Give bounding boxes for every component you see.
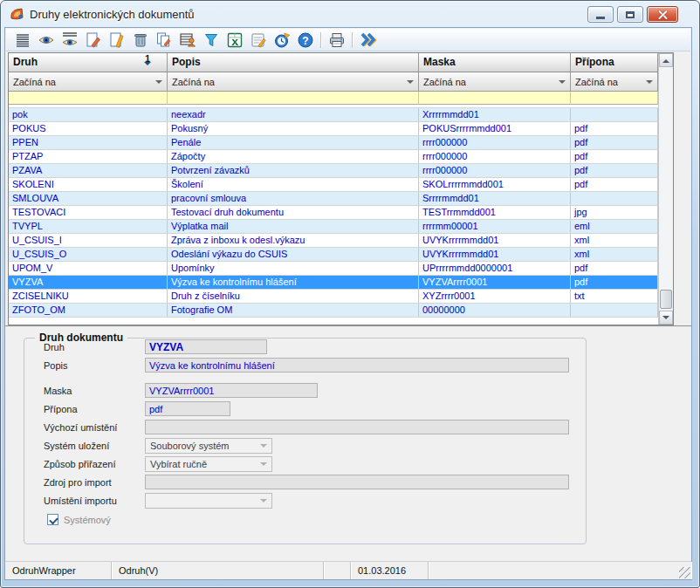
close-icon — [657, 9, 669, 20]
edit-document-icon — [108, 31, 126, 49]
detail-umisteni-importu-select[interactable] — [145, 493, 272, 509]
status-cell: Odruh(V) — [112, 562, 324, 579]
table-row[interactable]: U_CSUIS_IZpráva z inboxu k odesl.výkazuU… — [9, 234, 658, 248]
minimize-icon — [596, 17, 605, 19]
note-edit-button[interactable] — [246, 30, 270, 50]
chevron-down-icon — [260, 462, 267, 469]
help-button[interactable]: ? — [293, 30, 317, 50]
pripona-label: Přípona — [44, 404, 145, 414]
filter-popis-dropdown[interactable]: Začíná na — [168, 72, 419, 92]
search-input-pripona[interactable] — [571, 92, 658, 105]
scroll-down-button[interactable] — [659, 311, 673, 325]
systemovy-checkbox[interactable] — [47, 514, 58, 525]
search-input-maska[interactable] — [419, 92, 571, 105]
table-row[interactable]: ZCISELNIKUDruh z číselníkuXYZrrrr0001txt — [9, 290, 658, 304]
status-cell: OdruhWrapper — [5, 562, 112, 579]
detail-pripona-field[interactable]: pdf — [145, 401, 230, 416]
filter-druh-dropdown[interactable]: Začíná na — [9, 72, 168, 92]
toolbar-separator — [352, 32, 353, 48]
search-input-druh[interactable] — [9, 92, 168, 105]
groupbox-title: Druh dokumentu — [35, 332, 127, 344]
table-row[interactable]: SKOLENIŠkoleníSKOLrrrrmmdd001pdf — [9, 178, 658, 192]
scroll-thumb[interactable] — [660, 290, 672, 309]
history-button[interactable] — [270, 30, 293, 50]
chevron-down-icon — [646, 80, 653, 87]
system-ulozeni-label: Systém uložení — [44, 441, 145, 451]
scroll-up-button[interactable] — [659, 53, 673, 67]
filter-pripona-dropdown[interactable]: Začíná na — [571, 72, 658, 92]
status-cell — [429, 562, 691, 579]
more-actions-icon — [359, 31, 378, 49]
detail-vychozi-umisteni-field[interactable] — [145, 420, 569, 434]
vychozi-umisteni-label: Výchozí umístění — [44, 422, 145, 433]
table-row[interactable]: TVYPLVýplatka mailrrrrmm00001eml — [9, 220, 658, 234]
detail-popis-field[interactable]: Výzva ke kontrolnímu hlášení — [145, 358, 569, 373]
table-row[interactable]: POKUSPokusnýPOKUSrrrrmmdd001pdf — [9, 122, 658, 136]
filter-maska-dropdown[interactable]: Začíná na — [419, 72, 571, 92]
column-header-popis[interactable]: Popis — [168, 53, 419, 72]
edit-record-button[interactable] — [105, 30, 128, 50]
column-header-pripona[interactable]: Přípona — [571, 53, 658, 72]
rows-icon — [15, 32, 31, 48]
minimize-button[interactable] — [587, 6, 614, 23]
eye-header-icon — [61, 31, 79, 49]
table-row[interactable]: ZFOTO_OMFotografie OM00000000 — [9, 304, 658, 318]
resize-grip[interactable] — [679, 567, 690, 578]
more-actions-button[interactable] — [356, 30, 380, 50]
help-icon: ? — [297, 31, 314, 49]
systemovy-checkbox-row: Systémový — [47, 514, 586, 525]
column-header-druh[interactable]: Druh 1 — [9, 53, 168, 72]
table-row[interactable]: TESTOVACITestovací druh dokumentuTESTrrm… — [9, 206, 658, 220]
close-button[interactable] — [647, 6, 678, 23]
user-grid-icon — [179, 31, 196, 49]
detail-zdroj-pro-import-field[interactable] — [145, 475, 569, 489]
table-row[interactable]: UPOM_VUpomínkyUPrrrrmmdd0000001pdf — [9, 262, 658, 276]
app-icon — [10, 7, 24, 21]
filter-row: Začíná na Začíná na Začíná na Začíná na — [9, 72, 658, 92]
documents-table: Druh 1 Popis Maska Přípona Začíná na Zač… — [8, 52, 674, 325]
status-cell — [324, 562, 351, 579]
detail-maska-field[interactable]: VYZVArrrr0001 — [145, 383, 318, 398]
rows-button[interactable] — [10, 30, 34, 50]
chevron-down-icon — [260, 444, 267, 451]
view-button[interactable] — [34, 30, 58, 50]
table-row[interactable]: PPENPenálerrrr000000pdf — [9, 136, 658, 150]
new-record-button[interactable] — [81, 30, 105, 50]
arrow-down-icon — [662, 316, 669, 323]
search-row — [9, 92, 658, 105]
table-scrollbar[interactable] — [658, 53, 673, 325]
detail-druh-field[interactable]: VYZVA — [145, 339, 267, 354]
print-icon — [328, 31, 346, 49]
table-row-selected[interactable]: VYZVAVýzva ke kontrolnímu hlášeníVYZVArr… — [9, 276, 658, 290]
systemovy-label: Systémový — [64, 515, 111, 525]
excel-export-button[interactable] — [223, 30, 246, 50]
table-row[interactable]: PTZAPZápočtyrrrr000000pdf — [9, 150, 658, 164]
app-window: Druhy elektronických dokumentů ? — [0, 0, 700, 588]
column-header-maska[interactable]: Maska — [419, 53, 571, 72]
view-header-button[interactable] — [58, 30, 81, 50]
table-row[interactable]: U_CSUIS_OOdeslání výkazu do CSUISUVYKrrr… — [9, 248, 658, 262]
table-row[interactable]: PZAVAPotvrzení závazkůrrrr000000pdf — [9, 164, 658, 178]
user-grid-button[interactable] — [175, 30, 199, 50]
maximize-button[interactable] — [617, 6, 643, 23]
table-row[interactable]: pokneexadrXrrrrmmdd01 — [9, 108, 658, 122]
status-cell: 01.03.2016 — [351, 562, 429, 579]
delete-icon — [132, 31, 149, 49]
sort-indicator: 1 — [144, 54, 151, 69]
excel-export-icon — [226, 31, 244, 49]
eye-icon — [38, 31, 55, 49]
delete-record-button[interactable] — [128, 30, 152, 50]
detail-system-ulozeni-select[interactable]: Souborový systém — [145, 438, 272, 454]
detail-zpusob-prirazeni-select[interactable]: Vybírat ručně — [145, 456, 272, 472]
print-button[interactable] — [325, 30, 348, 50]
zdroj-pro-import-label: Zdroj pro import — [44, 477, 145, 488]
table-row[interactable]: SMLOUVApracovní smlouvaSrrrrmmdd01 — [9, 192, 658, 206]
search-input-popis[interactable] — [168, 92, 419, 105]
filter-button[interactable] — [199, 30, 223, 50]
detail-panel: Druh dokumentu Druh VYZVA Popis Výzva ke… — [5, 325, 691, 561]
arrow-up-icon — [662, 56, 669, 63]
filter-icon — [202, 31, 220, 49]
copy-record-button[interactable] — [152, 30, 175, 50]
titlebar: Druhy elektronických dokumentů — [1, 1, 699, 27]
statusbar: OdruhWrapper Odruh(V) 01.03.2016 — [5, 561, 691, 579]
